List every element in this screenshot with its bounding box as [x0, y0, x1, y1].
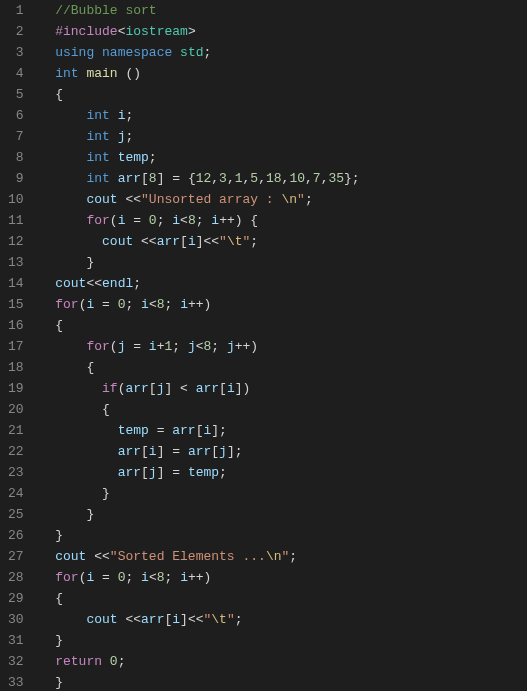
code-token: ++) { [219, 213, 258, 228]
line-number: 3 [8, 42, 24, 63]
code-token: cout [55, 549, 86, 564]
code-token: 3 [219, 171, 227, 186]
line-number: 17 [8, 336, 24, 357]
code-token: ++) [188, 570, 211, 585]
code-token: temp [118, 150, 149, 165]
code-token: 8 [188, 213, 196, 228]
code-line: { [40, 357, 527, 378]
code-token: << [86, 276, 102, 291]
code-token: int [55, 66, 78, 81]
code-token: 8 [149, 171, 157, 186]
code-token: arr [118, 171, 141, 186]
code-token: \t [227, 234, 243, 249]
code-token: ; [289, 549, 297, 564]
code-token: ; [165, 570, 181, 585]
line-number: 20 [8, 399, 24, 420]
code-line: cout<<endl; [40, 273, 527, 294]
code-token: ; [133, 276, 141, 291]
code-token: [ [141, 465, 149, 480]
line-number: 11 [8, 210, 24, 231]
code-token: temp [188, 465, 219, 480]
code-token: main [86, 66, 117, 81]
code-token: cout [86, 612, 117, 627]
line-number: 29 [8, 588, 24, 609]
code-token: 8 [157, 297, 165, 312]
line-number: 2 [8, 21, 24, 42]
code-token: ; [125, 297, 141, 312]
code-token: [ [141, 444, 149, 459]
code-token: ; [125, 129, 133, 144]
code-token: int [86, 108, 109, 123]
code-token: [ [219, 381, 227, 396]
code-editor: 1234567891011121314151617181920212223242… [0, 0, 527, 691]
code-token: [ [141, 171, 149, 186]
code-token: , [227, 171, 235, 186]
code-token: ++) [235, 339, 258, 354]
code-token: 12 [196, 171, 212, 186]
code-token: arr [196, 381, 219, 396]
code-token: for [86, 213, 109, 228]
code-token: < [180, 213, 188, 228]
code-line: for(i = 0; i<8; i++) [40, 294, 527, 315]
code-token: { [55, 87, 63, 102]
code-token: << [118, 612, 141, 627]
code-token: }; [344, 171, 360, 186]
code-token: 5 [250, 171, 258, 186]
code-token [94, 45, 102, 60]
code-token [110, 108, 118, 123]
code-token: = [125, 339, 148, 354]
code-token: > [188, 24, 196, 39]
code-token: ]; [227, 444, 243, 459]
code-line: int arr[8] = {12,3,1,5,18,10,7,35}; [40, 168, 527, 189]
line-number: 24 [8, 483, 24, 504]
code-token [110, 171, 118, 186]
code-area[interactable]: //Bubble sort #include<iostream> using n… [36, 0, 527, 691]
line-number: 13 [8, 252, 24, 273]
line-number: 23 [8, 462, 24, 483]
code-token: temp [118, 423, 149, 438]
code-token: namespace [102, 45, 172, 60]
code-token: ]; [211, 423, 227, 438]
code-token: ; [219, 465, 227, 480]
line-number: 1 [8, 0, 24, 21]
code-token: ( [110, 339, 118, 354]
line-number: 27 [8, 546, 24, 567]
code-token: cout [102, 234, 133, 249]
code-token: } [86, 255, 94, 270]
code-token: i [227, 381, 235, 396]
code-line: using namespace std; [40, 42, 527, 63]
code-token: for [55, 297, 78, 312]
code-token: ; [125, 570, 141, 585]
code-token: using [55, 45, 94, 60]
code-line: { [40, 315, 527, 336]
code-token: ]<< [180, 612, 203, 627]
code-line: { [40, 588, 527, 609]
code-token: i [180, 570, 188, 585]
code-token: } [55, 675, 63, 690]
code-token: "Unsorted array : [141, 192, 281, 207]
code-line: return 0; [40, 651, 527, 672]
code-token: " [219, 234, 227, 249]
line-number: 6 [8, 105, 24, 126]
code-token: 18 [266, 171, 282, 186]
code-token: " [227, 612, 235, 627]
code-token: int [86, 150, 109, 165]
code-token: i [149, 444, 157, 459]
code-line: } [40, 630, 527, 651]
code-token: int [86, 171, 109, 186]
code-token: < [196, 339, 204, 354]
code-token: < [149, 297, 157, 312]
code-token: 1 [235, 171, 243, 186]
code-token [110, 150, 118, 165]
code-token: << [133, 234, 156, 249]
line-number: 18 [8, 357, 24, 378]
code-line: cout <<"Unsorted array : \n"; [40, 189, 527, 210]
line-number: 5 [8, 84, 24, 105]
code-token: i [188, 234, 196, 249]
code-token: { [55, 591, 63, 606]
line-number: 26 [8, 525, 24, 546]
code-token: j [149, 465, 157, 480]
code-line: } [40, 252, 527, 273]
code-line: } [40, 504, 527, 525]
code-token: < [149, 570, 157, 585]
